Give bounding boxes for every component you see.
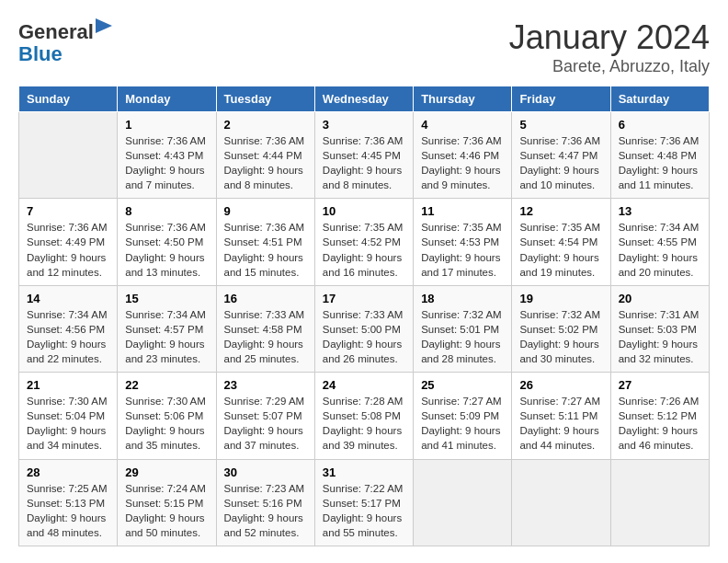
calendar-day-cell: 20Sunrise: 7:31 AM Sunset: 5:03 PM Dayli… bbox=[610, 285, 709, 372]
day-info: Sunrise: 7:26 AM Sunset: 5:12 PM Dayligh… bbox=[619, 394, 701, 453]
day-number: 30 bbox=[224, 465, 307, 479]
calendar-day-cell: 17Sunrise: 7:33 AM Sunset: 5:00 PM Dayli… bbox=[314, 285, 413, 372]
day-info: Sunrise: 7:27 AM Sunset: 5:11 PM Dayligh… bbox=[519, 394, 602, 453]
logo-general: General bbox=[18, 20, 94, 43]
day-number: 23 bbox=[224, 378, 307, 392]
calendar-day-cell: 18Sunrise: 7:32 AM Sunset: 5:01 PM Dayli… bbox=[414, 285, 512, 372]
day-info: Sunrise: 7:30 AM Sunset: 5:04 PM Dayligh… bbox=[27, 394, 109, 453]
calendar-day-cell: 5Sunrise: 7:36 AM Sunset: 4:47 PM Daylig… bbox=[512, 112, 610, 199]
calendar-day-cell bbox=[414, 459, 512, 546]
calendar-header-day: Saturday bbox=[610, 86, 709, 112]
calendar-day-cell: 28Sunrise: 7:25 AM Sunset: 5:13 PM Dayli… bbox=[19, 459, 118, 546]
day-info: Sunrise: 7:36 AM Sunset: 4:45 PM Dayligh… bbox=[323, 133, 405, 192]
title-block: January 2024 Barete, Abruzzo, Italy bbox=[509, 18, 710, 76]
calendar-day-cell: 19Sunrise: 7:32 AM Sunset: 5:02 PM Dayli… bbox=[512, 285, 610, 372]
calendar-day-cell: 27Sunrise: 7:26 AM Sunset: 5:12 PM Dayli… bbox=[610, 373, 709, 459]
day-info: Sunrise: 7:34 AM Sunset: 4:56 PM Dayligh… bbox=[27, 307, 109, 366]
calendar-day-cell: 6Sunrise: 7:36 AM Sunset: 4:48 PM Daylig… bbox=[610, 112, 709, 199]
logo-blue: Blue bbox=[18, 42, 63, 65]
day-number: 20 bbox=[619, 292, 701, 305]
day-number: 4 bbox=[421, 118, 504, 132]
day-info: Sunrise: 7:27 AM Sunset: 5:09 PM Dayligh… bbox=[421, 394, 504, 453]
day-info: Sunrise: 7:36 AM Sunset: 4:51 PM Dayligh… bbox=[224, 220, 307, 279]
calendar-day-cell: 23Sunrise: 7:29 AM Sunset: 5:07 PM Dayli… bbox=[216, 373, 314, 459]
day-info: Sunrise: 7:32 AM Sunset: 5:02 PM Dayligh… bbox=[519, 307, 602, 366]
calendar-day-cell: 22Sunrise: 7:30 AM Sunset: 5:06 PM Dayli… bbox=[118, 373, 216, 459]
day-info: Sunrise: 7:36 AM Sunset: 4:48 PM Dayligh… bbox=[619, 133, 701, 192]
calendar-day-cell: 30Sunrise: 7:23 AM Sunset: 5:16 PM Dayli… bbox=[216, 459, 314, 546]
day-number: 14 bbox=[27, 292, 109, 305]
calendar-day-cell: 4Sunrise: 7:36 AM Sunset: 4:46 PM Daylig… bbox=[414, 112, 512, 199]
calendar-day-cell: 1Sunrise: 7:36 AM Sunset: 4:43 PM Daylig… bbox=[118, 112, 216, 199]
calendar-day-cell: 9Sunrise: 7:36 AM Sunset: 4:51 PM Daylig… bbox=[216, 199, 314, 285]
day-info: Sunrise: 7:22 AM Sunset: 5:17 PM Dayligh… bbox=[323, 481, 405, 540]
calendar-day-cell: 31Sunrise: 7:22 AM Sunset: 5:17 PM Dayli… bbox=[314, 459, 413, 546]
day-info: Sunrise: 7:33 AM Sunset: 5:00 PM Dayligh… bbox=[323, 307, 405, 366]
day-number: 1 bbox=[125, 118, 208, 132]
logo: General Blue bbox=[18, 18, 112, 65]
calendar-day-cell: 11Sunrise: 7:35 AM Sunset: 4:53 PM Dayli… bbox=[414, 199, 512, 285]
day-number: 25 bbox=[421, 378, 504, 392]
calendar-week-row: 1Sunrise: 7:36 AM Sunset: 4:43 PM Daylig… bbox=[19, 112, 710, 199]
calendar-day-cell bbox=[19, 112, 118, 199]
calendar-day-cell: 16Sunrise: 7:33 AM Sunset: 4:58 PM Dayli… bbox=[216, 285, 314, 372]
calendar-day-cell bbox=[512, 459, 610, 546]
calendar-day-cell: 14Sunrise: 7:34 AM Sunset: 4:56 PM Dayli… bbox=[19, 285, 118, 372]
day-info: Sunrise: 7:36 AM Sunset: 4:50 PM Dayligh… bbox=[125, 220, 208, 279]
day-info: Sunrise: 7:34 AM Sunset: 4:55 PM Dayligh… bbox=[619, 220, 701, 279]
calendar-day-cell: 3Sunrise: 7:36 AM Sunset: 4:45 PM Daylig… bbox=[314, 112, 413, 199]
day-info: Sunrise: 7:24 AM Sunset: 5:15 PM Dayligh… bbox=[125, 481, 208, 540]
calendar-day-cell: 12Sunrise: 7:35 AM Sunset: 4:54 PM Dayli… bbox=[512, 199, 610, 285]
day-info: Sunrise: 7:36 AM Sunset: 4:46 PM Dayligh… bbox=[421, 133, 504, 192]
day-info: Sunrise: 7:31 AM Sunset: 5:03 PM Dayligh… bbox=[619, 307, 701, 366]
calendar-header-day: Sunday bbox=[19, 86, 118, 112]
month-title: January 2024 bbox=[509, 18, 710, 57]
day-number: 11 bbox=[421, 204, 504, 218]
calendar-day-cell: 7Sunrise: 7:36 AM Sunset: 4:49 PM Daylig… bbox=[19, 199, 118, 285]
day-number: 8 bbox=[125, 204, 208, 218]
day-info: Sunrise: 7:36 AM Sunset: 4:43 PM Dayligh… bbox=[125, 133, 208, 192]
day-info: Sunrise: 7:33 AM Sunset: 4:58 PM Dayligh… bbox=[224, 307, 307, 366]
day-info: Sunrise: 7:28 AM Sunset: 5:08 PM Dayligh… bbox=[323, 394, 405, 453]
calendar-week-row: 14Sunrise: 7:34 AM Sunset: 4:56 PM Dayli… bbox=[19, 285, 710, 372]
calendar-header-row: SundayMondayTuesdayWednesdayThursdayFrid… bbox=[19, 86, 710, 112]
day-number: 24 bbox=[323, 378, 405, 392]
svg-marker-0 bbox=[96, 18, 112, 33]
day-number: 19 bbox=[519, 292, 602, 305]
day-info: Sunrise: 7:34 AM Sunset: 4:57 PM Dayligh… bbox=[125, 307, 208, 366]
day-info: Sunrise: 7:25 AM Sunset: 5:13 PM Dayligh… bbox=[27, 481, 109, 540]
day-info: Sunrise: 7:35 AM Sunset: 4:52 PM Dayligh… bbox=[323, 220, 405, 279]
calendar-day-cell: 21Sunrise: 7:30 AM Sunset: 5:04 PM Dayli… bbox=[19, 373, 118, 459]
day-number: 31 bbox=[323, 465, 405, 479]
day-number: 27 bbox=[619, 378, 701, 392]
calendar-day-cell: 10Sunrise: 7:35 AM Sunset: 4:52 PM Dayli… bbox=[314, 199, 413, 285]
day-info: Sunrise: 7:30 AM Sunset: 5:06 PM Dayligh… bbox=[125, 394, 208, 453]
calendar-day-cell: 8Sunrise: 7:36 AM Sunset: 4:50 PM Daylig… bbox=[118, 199, 216, 285]
calendar-header-day: Thursday bbox=[414, 86, 512, 112]
calendar-header-day: Tuesday bbox=[216, 86, 314, 112]
calendar-day-cell: 24Sunrise: 7:28 AM Sunset: 5:08 PM Dayli… bbox=[314, 373, 413, 459]
logo-icon bbox=[96, 18, 112, 39]
day-info: Sunrise: 7:29 AM Sunset: 5:07 PM Dayligh… bbox=[224, 394, 307, 453]
day-info: Sunrise: 7:35 AM Sunset: 4:54 PM Dayligh… bbox=[519, 220, 602, 279]
calendar-header-day: Wednesday bbox=[314, 86, 413, 112]
calendar-day-cell bbox=[610, 459, 709, 546]
day-number: 7 bbox=[27, 204, 109, 218]
calendar-day-cell: 25Sunrise: 7:27 AM Sunset: 5:09 PM Dayli… bbox=[414, 373, 512, 459]
calendar-header-day: Friday bbox=[512, 86, 610, 112]
day-info: Sunrise: 7:36 AM Sunset: 4:44 PM Dayligh… bbox=[224, 133, 307, 192]
day-number: 12 bbox=[519, 204, 602, 218]
calendar-week-row: 28Sunrise: 7:25 AM Sunset: 5:13 PM Dayli… bbox=[19, 459, 710, 546]
day-info: Sunrise: 7:36 AM Sunset: 4:47 PM Dayligh… bbox=[519, 133, 602, 192]
calendar-day-cell: 29Sunrise: 7:24 AM Sunset: 5:15 PM Dayli… bbox=[118, 459, 216, 546]
day-number: 6 bbox=[619, 118, 701, 132]
calendar-week-row: 7Sunrise: 7:36 AM Sunset: 4:49 PM Daylig… bbox=[19, 199, 710, 285]
day-number: 3 bbox=[323, 118, 405, 132]
day-number: 17 bbox=[323, 292, 405, 305]
calendar-week-row: 21Sunrise: 7:30 AM Sunset: 5:04 PM Dayli… bbox=[19, 373, 710, 459]
calendar-day-cell: 13Sunrise: 7:34 AM Sunset: 4:55 PM Dayli… bbox=[610, 199, 709, 285]
day-number: 21 bbox=[27, 378, 109, 392]
day-number: 5 bbox=[519, 118, 602, 132]
day-number: 10 bbox=[323, 204, 405, 218]
day-number: 18 bbox=[421, 292, 504, 305]
